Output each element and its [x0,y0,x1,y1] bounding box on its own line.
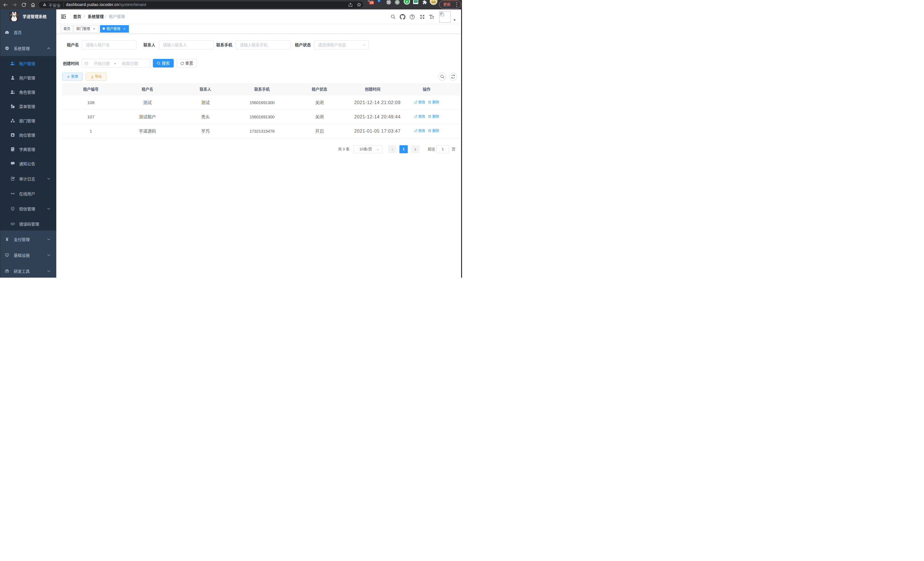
svg-text:10: 10 [370,1,374,4]
svg-text:y: y [406,0,408,3]
svg-text:¥: ¥ [6,237,8,242]
